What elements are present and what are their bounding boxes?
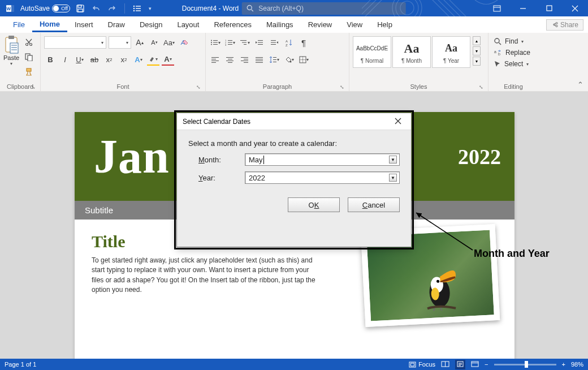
zoom-level[interactable]: 98% xyxy=(571,361,583,368)
redo-icon[interactable] xyxy=(106,3,118,14)
svg-rect-53 xyxy=(211,62,216,63)
tab-view[interactable]: View xyxy=(339,18,370,31)
zoom-out-button[interactable]: − xyxy=(485,361,488,368)
styles-up-icon[interactable]: ▴ xyxy=(473,36,481,45)
increase-indent-button[interactable] xyxy=(268,36,280,49)
chevron-down-icon[interactable]: ▼ xyxy=(389,156,397,164)
align-center-button[interactable] xyxy=(224,53,236,66)
page-indicator[interactable]: Page 1 of 1 xyxy=(5,361,36,368)
replace-button[interactable]: ab Replace xyxy=(492,48,533,58)
select-label: Select xyxy=(504,60,523,68)
ok-button[interactable]: OK xyxy=(288,197,340,212)
tab-layout[interactable]: Layout xyxy=(170,18,206,31)
paragraph-launcher-icon[interactable]: ⤡ xyxy=(340,84,344,90)
tab-mailings[interactable]: Mailings xyxy=(259,18,301,31)
styles-gallery-scroll[interactable]: ▴ ▾ ▾ xyxy=(472,36,481,66)
styles-launcher-icon[interactable]: ⤡ xyxy=(479,84,483,90)
svg-rect-44 xyxy=(258,44,263,45)
show-marks-button[interactable]: ¶ xyxy=(297,36,310,49)
font-size-selector[interactable]: ▾ xyxy=(109,36,131,49)
svg-rect-28 xyxy=(213,40,218,41)
style-year[interactable]: Aa ¶ Year xyxy=(432,36,470,68)
share-button[interactable]: Share xyxy=(546,19,583,31)
tab-help[interactable]: Help xyxy=(370,18,400,31)
svg-rect-66 xyxy=(273,57,276,58)
text-effects-button[interactable]: A▾ xyxy=(132,53,145,66)
font-color-button[interactable]: A▾ xyxy=(162,53,174,66)
style-month[interactable]: Aa ¶ Month xyxy=(392,36,431,68)
decrease-indent-button[interactable] xyxy=(253,36,266,49)
font-launcher-icon[interactable]: ⤡ xyxy=(196,84,201,90)
share-icon xyxy=(551,21,558,28)
tab-draw[interactable]: Draw xyxy=(101,18,132,31)
format-painter-button[interactable] xyxy=(23,66,35,78)
justify-button[interactable] xyxy=(253,53,266,66)
align-right-button[interactable] xyxy=(239,53,251,66)
select-button[interactable]: Select▾ xyxy=(492,59,531,69)
subscript-button[interactable]: x2 xyxy=(103,53,115,66)
dialog-close-button[interactable] xyxy=(391,117,405,126)
print-layout-button[interactable] xyxy=(455,360,465,369)
numbering-button[interactable]: 123▾ xyxy=(224,36,236,49)
styles-down-icon[interactable]: ▾ xyxy=(473,46,481,55)
body-paragraph[interactable]: To get started right away, just click an… xyxy=(92,256,318,295)
strikethrough-button[interactable]: ab xyxy=(88,53,101,66)
ribbon-display-options-icon[interactable] xyxy=(484,0,510,16)
borders-button[interactable]: ▾ xyxy=(297,53,310,66)
clear-formatting-button[interactable]: A xyxy=(178,36,190,49)
web-layout-button[interactable] xyxy=(471,361,479,368)
multilevel-list-button[interactable]: ▾ xyxy=(239,36,251,49)
grow-font-button[interactable]: A▴ xyxy=(133,36,146,49)
zoom-slider[interactable] xyxy=(494,364,556,365)
line-spacing-button[interactable]: ▾ xyxy=(268,53,280,66)
bullets-qat-icon[interactable] xyxy=(132,3,143,14)
read-mode-button[interactable] xyxy=(441,361,449,368)
undo-icon[interactable] xyxy=(90,3,102,14)
highlight-button[interactable]: ▾ xyxy=(147,53,159,66)
chevron-down-icon[interactable]: ▼ xyxy=(389,174,397,182)
tab-references[interactable]: References xyxy=(206,18,258,31)
style-normal[interactable]: AaBbCcDdE ¶ Normal xyxy=(353,36,391,68)
cut-button[interactable] xyxy=(23,36,35,49)
save-icon[interactable] xyxy=(75,3,86,14)
tab-review[interactable]: Review xyxy=(301,18,340,31)
align-left-button[interactable] xyxy=(209,53,222,66)
superscript-button[interactable]: x2 xyxy=(118,53,130,66)
autosave-label: AutoSave xyxy=(20,5,50,12)
svg-rect-34 xyxy=(228,40,232,41)
focus-mode-button[interactable]: Focus xyxy=(409,361,435,368)
change-case-button[interactable]: Aa▾ xyxy=(163,36,175,49)
underline-button[interactable]: U▾ xyxy=(74,53,86,66)
minimize-button[interactable] xyxy=(510,0,536,16)
shading-button[interactable]: ▾ xyxy=(283,53,295,66)
cancel-button[interactable]: Cancel xyxy=(348,197,400,212)
tab-home[interactable]: Home xyxy=(32,18,67,32)
svg-rect-46 xyxy=(271,42,276,43)
month-combobox[interactable]: May ▼ xyxy=(245,153,400,166)
calendar-dates-dialog: Select Calendar Dates Select a month and… xyxy=(176,113,412,247)
svg-point-14 xyxy=(396,0,418,16)
paste-button[interactable]: Paste ▾ xyxy=(3,35,19,66)
style-name: ¶ Normal xyxy=(361,57,383,64)
shrink-font-button[interactable]: A▾ xyxy=(148,36,161,49)
collapse-ribbon-icon[interactable]: ⌃ xyxy=(577,80,583,89)
autosave-toggle[interactable]: AutoSave Off xyxy=(20,5,70,12)
close-button[interactable] xyxy=(562,0,588,16)
italic-button[interactable]: I xyxy=(59,53,71,66)
find-button[interactable]: Find▾ xyxy=(492,36,526,46)
zoom-in-button[interactable]: + xyxy=(562,361,565,368)
tab-design[interactable]: Design xyxy=(132,18,170,31)
year-combobox[interactable]: 2022 ▼ xyxy=(245,171,400,184)
maximize-button[interactable] xyxy=(536,0,562,16)
styles-more-icon[interactable]: ▾ xyxy=(473,57,481,66)
replace-label: Replace xyxy=(505,49,530,57)
svg-text:Z: Z xyxy=(286,44,288,46)
clipboard-launcher-icon[interactable]: ⤡ xyxy=(31,84,36,90)
tab-file[interactable]: File xyxy=(6,18,32,31)
bullets-button[interactable]: ▾ xyxy=(209,36,222,49)
tab-insert[interactable]: Insert xyxy=(67,18,101,31)
bold-button[interactable]: B xyxy=(44,53,57,66)
copy-button[interactable] xyxy=(23,51,35,63)
sort-button[interactable]: AZ xyxy=(283,36,295,49)
font-name-selector[interactable]: ▾ xyxy=(44,36,106,49)
